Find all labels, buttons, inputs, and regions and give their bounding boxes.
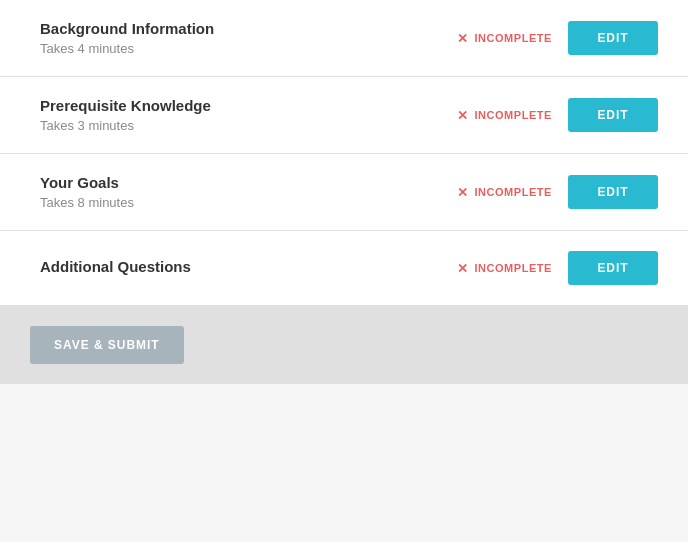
section-time: Takes 8 minutes — [40, 195, 457, 210]
status-text: INCOMPLETE — [474, 32, 552, 44]
section-time: Takes 4 minutes — [40, 41, 457, 56]
section-actions: ✕INCOMPLETEEDIT — [457, 98, 658, 132]
x-icon: ✕ — [457, 185, 469, 200]
incomplete-badge: ✕INCOMPLETE — [457, 108, 552, 123]
footer-bar: SAVE & SUBMIT — [0, 306, 688, 384]
status-text: INCOMPLETE — [474, 109, 552, 121]
section-item-background-information: Background InformationTakes 4 minutes✕IN… — [0, 0, 688, 77]
section-item-prerequisite-knowledge: Prerequisite KnowledgeTakes 3 minutes✕IN… — [0, 77, 688, 154]
incomplete-badge: ✕INCOMPLETE — [457, 185, 552, 200]
incomplete-badge: ✕INCOMPLETE — [457, 261, 552, 276]
incomplete-badge: ✕INCOMPLETE — [457, 31, 552, 46]
edit-button-additional-questions[interactable]: EDIT — [568, 251, 658, 285]
section-actions: ✕INCOMPLETEEDIT — [457, 175, 658, 209]
section-info: Prerequisite KnowledgeTakes 3 minutes — [40, 97, 457, 133]
section-item-additional-questions: Additional Questions✕INCOMPLETEEDIT — [0, 231, 688, 306]
section-actions: ✕INCOMPLETEEDIT — [457, 21, 658, 55]
edit-button-prerequisite-knowledge[interactable]: EDIT — [568, 98, 658, 132]
section-info: Your GoalsTakes 8 minutes — [40, 174, 457, 210]
section-time: Takes 3 minutes — [40, 118, 457, 133]
x-icon: ✕ — [457, 108, 469, 123]
edit-button-your-goals[interactable]: EDIT — [568, 175, 658, 209]
section-actions: ✕INCOMPLETEEDIT — [457, 251, 658, 285]
section-info: Additional Questions — [40, 258, 457, 279]
x-icon: ✕ — [457, 261, 469, 276]
x-icon: ✕ — [457, 31, 469, 46]
status-text: INCOMPLETE — [474, 262, 552, 274]
section-item-your-goals: Your GoalsTakes 8 minutes✕INCOMPLETEEDIT — [0, 154, 688, 231]
main-content: Background InformationTakes 4 minutes✕IN… — [0, 0, 688, 306]
section-title: Background Information — [40, 20, 457, 37]
section-title: Additional Questions — [40, 258, 457, 275]
edit-button-background-information[interactable]: EDIT — [568, 21, 658, 55]
save-submit-button[interactable]: SAVE & SUBMIT — [30, 326, 184, 364]
section-title: Prerequisite Knowledge — [40, 97, 457, 114]
section-info: Background InformationTakes 4 minutes — [40, 20, 457, 56]
status-text: INCOMPLETE — [474, 186, 552, 198]
section-title: Your Goals — [40, 174, 457, 191]
